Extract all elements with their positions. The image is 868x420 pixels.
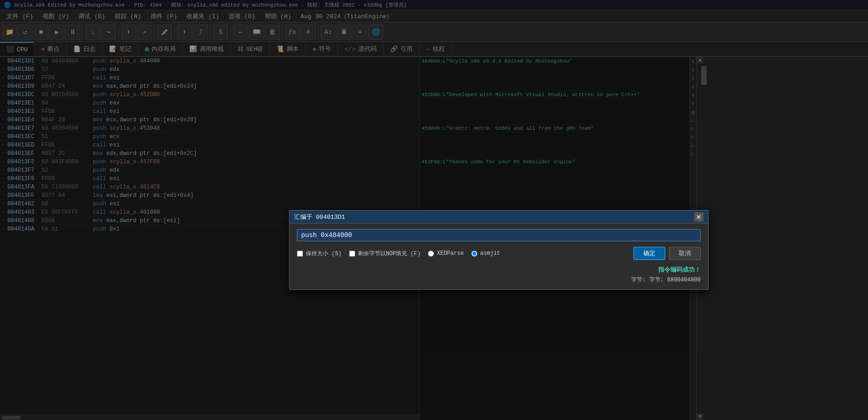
byte-info: 字节: 字节: 6800404800 bbox=[631, 276, 701, 284]
modal-overlay: 汇编于 004013D1 ✕ 保持大小 (S) 剩余字节以NOP填充 (F) X… bbox=[0, 0, 868, 420]
keep-size-checkbox[interactable] bbox=[297, 251, 303, 257]
assembly-input[interactable] bbox=[297, 229, 701, 241]
modal-title: 汇编于 004013D1 bbox=[294, 213, 345, 221]
option-xedparse: XEDParse bbox=[428, 250, 464, 257]
keep-size-label[interactable]: 保持大小 (S) bbox=[306, 250, 342, 258]
nop-fill-label[interactable]: 剩余字节以NOP填充 (F) bbox=[358, 250, 420, 258]
asmjit-label[interactable]: asmjit bbox=[480, 250, 500, 257]
modal-body: 保持大小 (S) 剩余字节以NOP填充 (F) XEDParse asmjit … bbox=[289, 224, 708, 289]
assembly-modal: 汇编于 004013D1 ✕ 保持大小 (S) 剩余字节以NOP填充 (F) X… bbox=[289, 210, 709, 290]
option-asmjit: asmjit bbox=[471, 250, 500, 257]
modal-options: 保持大小 (S) 剩余字节以NOP填充 (F) XEDParse asmjit … bbox=[297, 247, 701, 260]
modal-confirm-button[interactable]: 确定 bbox=[634, 247, 665, 260]
modal-close-button[interactable]: ✕ bbox=[694, 212, 703, 222]
modal-cancel-button[interactable]: 取消 bbox=[669, 247, 701, 260]
option-keep-size: 保持大小 (S) bbox=[297, 250, 342, 258]
xedparse-radio[interactable] bbox=[428, 251, 434, 257]
nop-fill-checkbox[interactable] bbox=[349, 251, 355, 257]
modal-title-bar: 汇编于 004013D1 ✕ bbox=[289, 210, 708, 224]
asmjit-radio[interactable] bbox=[471, 251, 477, 257]
option-nop-fill: 剩余字节以NOP填充 (F) bbox=[349, 250, 420, 258]
xedparse-label[interactable]: XEDParse bbox=[437, 250, 464, 257]
modal-footer: 指令编码成功！ 字节: 字节: 6800404800 bbox=[297, 266, 701, 284]
success-message: 指令编码成功！ bbox=[658, 266, 701, 274]
